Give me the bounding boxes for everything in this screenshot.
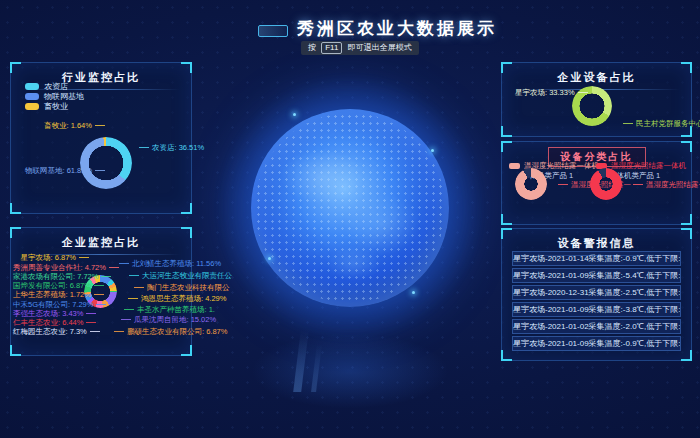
legend-label: 温湿度光照结露一体机 — [611, 161, 686, 171]
alarm-row: 星宇农场-2021-01-09采集温度:-5.4℃,低于下限:0℃ — [512, 268, 681, 283]
corner-accent — [501, 141, 512, 152]
chart-label: 鹏硕生态农业有限公司: 6.87% — [114, 328, 227, 336]
chart-label: 中禾5G有限公司: 7.29% — [13, 301, 89, 309]
legend-label: 畜牧业 — [44, 101, 68, 112]
chart-label: 秀洲周善专业合作社: 4.72% — [13, 264, 89, 272]
fullscreen-tip: 按 F11 即可退出全屏模式 — [301, 41, 419, 55]
chart-label: 农资店: 36.51% — [139, 144, 204, 152]
globe-dot-texture — [255, 113, 445, 303]
chart-label: 家港农场有限公司: 7.72% — [13, 273, 89, 281]
legend-item[interactable]: 畜牧业 — [25, 101, 68, 112]
glow-dot — [268, 257, 271, 260]
panel-device-alarms: 设备警报信息 星宇农场-2021-01-14采集温度:-0.9℃,低于下限:0℃… — [501, 228, 692, 361]
chart-label: 瓜果沈周自留地: 15.02% — [121, 316, 216, 324]
chart-label: 上华生态养殖场: 1.72% — [13, 291, 89, 299]
alarm-row: 星宇农场-2020-12-31采集温度:-2.5℃,低于下限:0℃ — [512, 285, 681, 300]
panel-title: 设备警报信息 — [502, 229, 691, 251]
chart-label: 红梅园生态农业: 7.3% — [13, 328, 89, 336]
tip-suffix: 即可退出全屏模式 — [348, 43, 412, 52]
page-title: 秀洲区农业大数据展示 — [297, 17, 497, 40]
panel-title: 企业监控占比 — [11, 228, 191, 250]
chart-label: 鸿恩思生态养殖场: 4.29% — [128, 295, 226, 303]
chart-label: 丰圣水产种苗养殖场: 1. — [124, 306, 215, 314]
chart-label: 民主村党群服务中心: — [623, 120, 700, 128]
glow-dot — [293, 113, 296, 116]
panel-title: 企业设备占比 — [502, 63, 691, 85]
device-class-donut-left[interactable] — [515, 168, 547, 200]
device-class-donut-right[interactable] — [590, 168, 622, 200]
chart-label: 大运河生态牧业有限责任公 — [129, 272, 232, 280]
corner-accent — [181, 345, 192, 356]
legend-swatch — [509, 163, 520, 169]
chart-callout: 温湿度光照结露一 — [633, 181, 700, 189]
chart-label: 北刘鳝生态养殖场: 11.56% — [119, 260, 221, 268]
alarm-row: 星宇农场-2021-01-09采集温度:-0.9℃,低于下限:0℃ — [512, 336, 681, 351]
chart-label: 李强生态农场: 3.43% — [13, 310, 89, 318]
f11-key: F11 — [321, 42, 342, 54]
chart-label: 国烨发有限公司: 6.87% — [13, 282, 89, 290]
legend-swatch — [25, 83, 39, 90]
glow-dot — [412, 291, 415, 294]
corner-accent — [501, 350, 512, 361]
corner-accent — [681, 214, 692, 225]
legend-swatch — [25, 93, 39, 100]
corner-accent — [681, 141, 692, 152]
glow-dot — [431, 149, 434, 152]
panel-enterprise-monitor: 企业监控占比 星宇农场: 6.87% 秀洲周善专业合作社: 4.72% 家港农场… — [10, 227, 192, 356]
floor-glow — [248, 332, 452, 410]
industry-donut-chart[interactable] — [80, 137, 132, 189]
chart-label: 陶门生态农业科技有限公 — [134, 284, 230, 292]
panel-industry-monitor: 行业监控占比 农资店 物联网基地 畜牧业 畜牧业: 1.64% 农资店: 36.… — [10, 62, 192, 214]
alarm-row: 星宇农场-2021-01-02采集温度:-2.0℃,低于下限:0℃ — [512, 319, 681, 334]
panel-enterprise-device: 企业设备占比 星宇农场: 33.33% 民主村党群服务中心: — [501, 62, 692, 137]
alarm-row: 星宇农场-2021-01-14采集温度:-0.9℃,低于下限:0℃ — [512, 251, 681, 266]
chart-label: 畜牧业: 1.64% — [44, 122, 105, 130]
legend-swatch — [25, 103, 39, 110]
chart-label: 物联网基地: 61.85% — [25, 167, 105, 175]
corner-accent — [681, 350, 692, 361]
chart-label: 星宇农场: 6.87% — [13, 254, 89, 262]
corner-accent — [10, 345, 21, 356]
chart-label: 仁丰生态农业: 6.44% — [13, 319, 89, 327]
corner-accent — [501, 214, 512, 225]
chart-label: 星宇农场: 33.33% — [515, 89, 588, 97]
dashboard: 秀洲区农业大数据展示 按 F11 即可退出全屏模式 行业监控占比 农资店 物联网… — [0, 0, 700, 438]
corner-accent — [181, 203, 192, 214]
tip-prefix: 按 — [308, 43, 316, 52]
panel-device-class: 设备分类占比 温湿度光照结露一体机 一体机类产品 1 温湿度光照结露一 温湿度光… — [501, 141, 692, 225]
brand-logo — [258, 25, 288, 37]
corner-accent — [10, 203, 21, 214]
corner-accent — [501, 126, 512, 137]
alarm-row: 星宇农场-2021-01-09采集温度:-3.8℃,低于下限:0℃ — [512, 302, 681, 317]
globe — [251, 109, 449, 307]
